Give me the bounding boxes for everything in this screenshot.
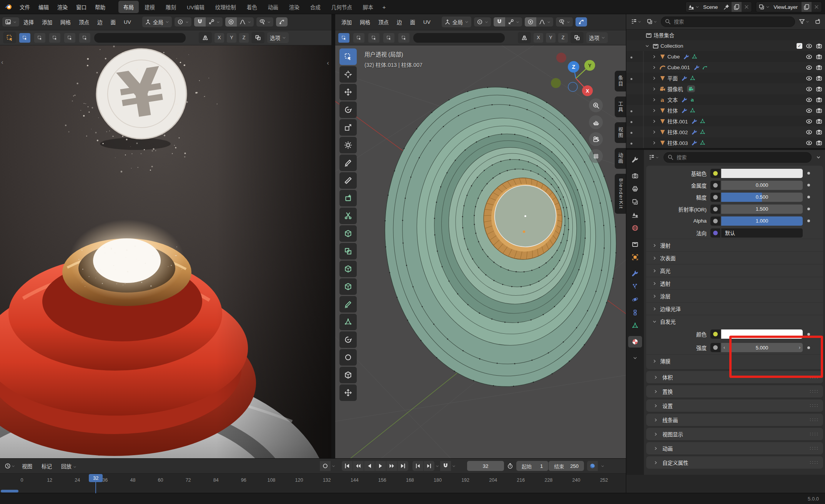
tool-knife[interactable] — [339, 296, 357, 313]
sidebar-expand-arrow[interactable]: ‹ — [327, 59, 329, 67]
section-漫射[interactable]: 漫射 — [646, 239, 823, 251]
node-socket[interactable] — [710, 193, 720, 202]
outliner-row-柱体.001[interactable]: 柱体.001 — [626, 116, 825, 126]
scene-icon[interactable] — [686, 2, 702, 12]
orientation-dropdown[interactable]: 全局 — [142, 17, 172, 27]
section-高光[interactable]: 高光 — [646, 264, 823, 277]
snap-magnet-toggle[interactable] — [494, 17, 505, 27]
properties-tab-scene[interactable] — [628, 209, 642, 221]
panel-drag-grip[interactable] — [809, 389, 819, 393]
menubar-item-文件[interactable]: 文件 — [15, 1, 34, 13]
select-mode-button-4[interactable] — [64, 33, 75, 43]
properties-tabs-more-chevron[interactable] — [628, 352, 642, 364]
value-slider[interactable]: 1.500 — [721, 205, 803, 214]
keyframe-dot[interactable] — [807, 196, 810, 198]
viewport-menu-添加[interactable]: 添加 — [338, 16, 356, 28]
properties-options-button[interactable] — [815, 154, 822, 161]
outliner-row-Cube[interactable]: Cube — [626, 51, 825, 62]
hide-eye-icon[interactable] — [806, 118, 812, 125]
outliner-row-柱体[interactable]: 柱体 — [626, 105, 825, 116]
disable-render-icon[interactable] — [816, 75, 822, 82]
properties-tab-material[interactable] — [628, 336, 642, 348]
select-mode-button-1[interactable] — [338, 33, 349, 43]
prev-keyframe-button[interactable] — [353, 461, 364, 471]
disable-render-icon[interactable] — [816, 96, 822, 103]
tool-smooth[interactable] — [339, 349, 357, 366]
toolsettings-field[interactable] — [94, 33, 186, 43]
chevron-right-icon[interactable] — [650, 55, 658, 59]
chevron-right-icon[interactable] — [650, 65, 658, 70]
active-tool-icon[interactable] — [3, 32, 16, 43]
mirror-axis-Y[interactable]: Y — [546, 33, 556, 43]
section-emission[interactable]: 自发光 — [646, 315, 823, 328]
viewport-edit[interactable]: 添加网格顶点边面UV全局 XYZ选项 — [335, 14, 626, 458]
outliner-search[interactable] — [661, 17, 795, 27]
value-slider[interactable]: 0.500 — [721, 193, 803, 202]
node-socket[interactable] — [710, 205, 720, 214]
outliner-row-柱体.003[interactable]: 柱体.003 — [626, 137, 825, 148]
show-gizmo-dropdown[interactable] — [556, 17, 573, 27]
panel-drag-grip[interactable] — [809, 461, 819, 464]
play-button[interactable] — [375, 461, 386, 471]
properties-tab-collection[interactable] — [628, 238, 642, 250]
keyframe-dot[interactable] — [807, 172, 810, 175]
outliner-filter-button[interactable] — [797, 17, 811, 26]
snap-settings-dropdown[interactable] — [505, 17, 522, 27]
scene-selector[interactable]: Scene — [685, 2, 752, 12]
end-frame-field[interactable]: 结束250 — [549, 461, 584, 471]
outliner-row-Collection[interactable]: Collection✓ — [626, 40, 825, 51]
viewport-menu-面[interactable]: 面 — [406, 16, 419, 28]
node-socket[interactable] — [710, 181, 720, 190]
mirror-axis-X[interactable]: X — [215, 33, 224, 43]
disable-render-icon[interactable] — [816, 107, 822, 114]
outliner-row-Cube.001[interactable]: Cube.001 — [626, 62, 825, 73]
tool-bevel[interactable] — [339, 261, 357, 277]
chevron-right-icon[interactable] — [650, 119, 658, 123]
hide-eye-icon[interactable] — [806, 53, 812, 60]
section-透射[interactable]: 透射 — [646, 277, 823, 289]
hide-eye-icon[interactable] — [806, 86, 812, 92]
pivot-point-dropdown[interactable] — [474, 17, 491, 27]
viewport-menu-边[interactable]: 边 — [393, 16, 406, 28]
disable-render-icon[interactable] — [816, 53, 822, 60]
select-mode-button-2[interactable] — [353, 33, 364, 43]
disable-render-icon[interactable] — [816, 118, 822, 125]
current-frame-field[interactable]: 32 — [467, 461, 504, 471]
camera-view-button[interactable] — [589, 132, 603, 146]
workspace-tab-动画[interactable]: 动画 — [263, 1, 283, 13]
properties-search[interactable] — [664, 152, 812, 163]
orientation-dropdown[interactable]: 全局 — [442, 17, 471, 27]
workspace-tab-雕刻[interactable]: 雕刻 — [161, 1, 181, 13]
properties-tab-render[interactable] — [628, 170, 642, 181]
workspace-tab-脚本[interactable]: 脚本 — [358, 1, 378, 13]
outliner-row-文本[interactable]: a文本a — [626, 94, 825, 105]
tool-spin[interactable] — [339, 331, 357, 348]
viewport-menu-网格[interactable]: 网格 — [356, 16, 374, 28]
properties-tab-object[interactable] — [628, 251, 642, 263]
panel-drag-grip[interactable] — [809, 418, 819, 422]
panel-体积[interactable]: 体积 — [646, 371, 823, 383]
workspace-tab-布局[interactable]: 布局 — [118, 1, 139, 13]
tool-annotate[interactable] — [339, 155, 357, 171]
outliner-row-柱体.002[interactable]: 柱体.002 — [626, 126, 825, 137]
chevron-down-icon[interactable] — [643, 44, 651, 48]
auto-key-dropdown[interactable] — [332, 463, 335, 469]
menubar-item-渲染[interactable]: 渲染 — [53, 1, 72, 13]
tool-rotate[interactable] — [339, 101, 357, 118]
auto-keyframe-toggle[interactable] — [320, 461, 331, 471]
node-socket[interactable] — [710, 329, 720, 339]
panel-置换[interactable]: 置换 — [646, 385, 823, 398]
proportional-edit-toggle[interactable] — [225, 17, 237, 27]
properties-tab-view-layer[interactable] — [628, 196, 642, 208]
pivot-point-dropdown[interactable] — [175, 17, 191, 27]
jump-to-end-button[interactable] — [398, 461, 408, 471]
edit-canvas[interactable]: 用户透视 (局部) (32) 柱体.013 | 柱体.007 Z Y X — [335, 45, 626, 458]
panel-视图显示[interactable]: 视图显示 — [646, 428, 823, 440]
tool-poly-build[interactable] — [339, 314, 357, 330]
disable-render-icon[interactable] — [816, 140, 822, 146]
tool-cursor[interactable] — [339, 66, 357, 83]
pan-hand-button[interactable] — [589, 115, 603, 129]
play-reverse-button[interactable] — [364, 461, 375, 471]
properties-tab-tool[interactable] — [628, 154, 642, 165]
select-mode-button-3[interactable] — [49, 33, 60, 43]
